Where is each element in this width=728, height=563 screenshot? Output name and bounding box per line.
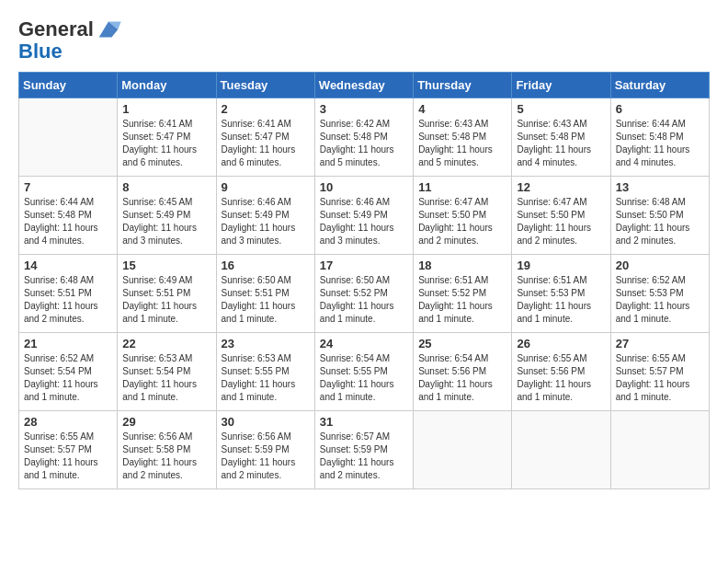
day-number: 7 bbox=[24, 180, 112, 194]
calendar-cell: 4Sunrise: 6:43 AM Sunset: 5:48 PM Daylig… bbox=[414, 98, 512, 177]
calendar-cell: 8Sunrise: 6:45 AM Sunset: 5:49 PM Daylig… bbox=[118, 177, 216, 255]
day-number: 15 bbox=[122, 259, 210, 272]
day-number: 2 bbox=[222, 102, 310, 116]
logo-icon bbox=[96, 18, 121, 40]
day-number: 6 bbox=[616, 102, 704, 116]
day-number: 10 bbox=[320, 180, 408, 194]
day-number: 12 bbox=[517, 180, 605, 194]
day-info: Sunrise: 6:51 AM Sunset: 5:52 PM Dayligh… bbox=[418, 274, 506, 326]
calendar-cell bbox=[19, 98, 118, 177]
calendar-cell: 19Sunrise: 6:51 AM Sunset: 5:53 PM Dayli… bbox=[512, 255, 610, 333]
calendar-cell: 3Sunrise: 6:42 AM Sunset: 5:48 PM Daylig… bbox=[314, 98, 413, 177]
day-number: 27 bbox=[616, 337, 704, 350]
week-row-2: 7Sunrise: 6:44 AM Sunset: 5:48 PM Daylig… bbox=[19, 177, 710, 255]
calendar-cell: 10Sunrise: 6:46 AM Sunset: 5:49 PM Dayli… bbox=[314, 177, 413, 255]
calendar-cell: 15Sunrise: 6:49 AM Sunset: 5:51 PM Dayli… bbox=[118, 255, 216, 333]
logo-general: General bbox=[18, 18, 94, 40]
day-info: Sunrise: 6:41 AM Sunset: 5:47 PM Dayligh… bbox=[222, 118, 310, 169]
calendar-cell bbox=[512, 411, 610, 489]
weekday-header-wednesday: Wednesday bbox=[314, 73, 413, 98]
day-number: 3 bbox=[320, 102, 408, 116]
day-info: Sunrise: 6:48 AM Sunset: 5:51 PM Dayligh… bbox=[24, 274, 112, 326]
calendar-cell: 23Sunrise: 6:53 AM Sunset: 5:55 PM Dayli… bbox=[216, 333, 314, 411]
calendar-cell: 14Sunrise: 6:48 AM Sunset: 5:51 PM Dayli… bbox=[19, 255, 118, 333]
day-number: 26 bbox=[517, 337, 605, 350]
day-number: 1 bbox=[122, 102, 210, 116]
calendar-cell: 30Sunrise: 6:56 AM Sunset: 5:59 PM Dayli… bbox=[216, 411, 314, 489]
calendar-cell: 20Sunrise: 6:52 AM Sunset: 5:53 PM Dayli… bbox=[610, 255, 709, 333]
calendar-cell: 22Sunrise: 6:53 AM Sunset: 5:54 PM Dayli… bbox=[118, 333, 216, 411]
day-info: Sunrise: 6:52 AM Sunset: 5:53 PM Dayligh… bbox=[616, 274, 704, 326]
day-number: 17 bbox=[320, 259, 408, 272]
day-number: 19 bbox=[517, 259, 605, 272]
calendar-cell: 9Sunrise: 6:46 AM Sunset: 5:49 PM Daylig… bbox=[216, 177, 314, 255]
calendar-cell: 28Sunrise: 6:55 AM Sunset: 5:57 PM Dayli… bbox=[19, 411, 118, 489]
day-info: Sunrise: 6:55 AM Sunset: 5:57 PM Dayligh… bbox=[24, 431, 112, 482]
day-info: Sunrise: 6:50 AM Sunset: 5:51 PM Dayligh… bbox=[222, 274, 310, 326]
day-number: 20 bbox=[616, 259, 704, 272]
day-info: Sunrise: 6:57 AM Sunset: 5:59 PM Dayligh… bbox=[320, 431, 408, 482]
calendar-cell: 26Sunrise: 6:55 AM Sunset: 5:56 PM Dayli… bbox=[512, 333, 610, 411]
day-info: Sunrise: 6:43 AM Sunset: 5:48 PM Dayligh… bbox=[517, 118, 605, 169]
day-info: Sunrise: 6:55 AM Sunset: 5:57 PM Dayligh… bbox=[616, 352, 704, 404]
day-info: Sunrise: 6:41 AM Sunset: 5:47 PM Dayligh… bbox=[122, 118, 210, 169]
calendar-cell: 11Sunrise: 6:47 AM Sunset: 5:50 PM Dayli… bbox=[414, 177, 512, 255]
calendar-cell: 7Sunrise: 6:44 AM Sunset: 5:48 PM Daylig… bbox=[19, 177, 118, 255]
day-number: 5 bbox=[517, 102, 605, 116]
week-row-1: 1Sunrise: 6:41 AM Sunset: 5:47 PM Daylig… bbox=[19, 98, 710, 177]
logo: General Blue bbox=[18, 18, 121, 63]
week-row-3: 14Sunrise: 6:48 AM Sunset: 5:51 PM Dayli… bbox=[19, 255, 710, 333]
calendar-cell: 6Sunrise: 6:44 AM Sunset: 5:48 PM Daylig… bbox=[610, 98, 709, 177]
calendar-cell: 21Sunrise: 6:52 AM Sunset: 5:54 PM Dayli… bbox=[19, 333, 118, 411]
day-number: 13 bbox=[616, 180, 704, 194]
calendar-table: SundayMondayTuesdayWednesdayThursdayFrid… bbox=[18, 72, 710, 489]
calendar-cell: 31Sunrise: 6:57 AM Sunset: 5:59 PM Dayli… bbox=[314, 411, 413, 489]
day-number: 4 bbox=[418, 102, 506, 116]
day-number: 25 bbox=[418, 337, 506, 350]
day-number: 11 bbox=[418, 180, 506, 194]
calendar-cell: 5Sunrise: 6:43 AM Sunset: 5:48 PM Daylig… bbox=[512, 98, 610, 177]
day-info: Sunrise: 6:46 AM Sunset: 5:49 PM Dayligh… bbox=[222, 196, 310, 247]
day-number: 24 bbox=[320, 337, 408, 350]
calendar-body: 1Sunrise: 6:41 AM Sunset: 5:47 PM Daylig… bbox=[19, 98, 710, 489]
weekday-header-tuesday: Tuesday bbox=[216, 73, 314, 98]
calendar-cell: 16Sunrise: 6:50 AM Sunset: 5:51 PM Dayli… bbox=[216, 255, 314, 333]
page-header: General Blue bbox=[18, 18, 710, 63]
day-info: Sunrise: 6:42 AM Sunset: 5:48 PM Dayligh… bbox=[320, 118, 408, 169]
day-number: 8 bbox=[122, 180, 210, 194]
calendar-cell bbox=[414, 411, 512, 489]
weekday-header-saturday: Saturday bbox=[610, 73, 709, 98]
weekday-header-thursday: Thursday bbox=[414, 73, 512, 98]
week-row-4: 21Sunrise: 6:52 AM Sunset: 5:54 PM Dayli… bbox=[19, 333, 710, 411]
calendar-cell: 1Sunrise: 6:41 AM Sunset: 5:47 PM Daylig… bbox=[118, 98, 216, 177]
day-info: Sunrise: 6:44 AM Sunset: 5:48 PM Dayligh… bbox=[24, 196, 112, 247]
calendar-cell: 29Sunrise: 6:56 AM Sunset: 5:58 PM Dayli… bbox=[118, 411, 216, 489]
weekday-header-friday: Friday bbox=[512, 73, 610, 98]
week-row-5: 28Sunrise: 6:55 AM Sunset: 5:57 PM Dayli… bbox=[19, 411, 710, 489]
day-info: Sunrise: 6:44 AM Sunset: 5:48 PM Dayligh… bbox=[616, 118, 704, 169]
day-info: Sunrise: 6:54 AM Sunset: 5:55 PM Dayligh… bbox=[320, 352, 408, 404]
day-info: Sunrise: 6:56 AM Sunset: 5:58 PM Dayligh… bbox=[122, 431, 210, 482]
day-number: 21 bbox=[24, 337, 112, 350]
calendar-cell: 24Sunrise: 6:54 AM Sunset: 5:55 PM Dayli… bbox=[314, 333, 413, 411]
day-number: 23 bbox=[222, 337, 310, 350]
logo-blue: Blue bbox=[18, 40, 121, 63]
day-info: Sunrise: 6:49 AM Sunset: 5:51 PM Dayligh… bbox=[122, 274, 210, 326]
calendar-cell: 2Sunrise: 6:41 AM Sunset: 5:47 PM Daylig… bbox=[216, 98, 314, 177]
day-info: Sunrise: 6:50 AM Sunset: 5:52 PM Dayligh… bbox=[320, 274, 408, 326]
day-info: Sunrise: 6:52 AM Sunset: 5:54 PM Dayligh… bbox=[24, 352, 112, 404]
day-info: Sunrise: 6:48 AM Sunset: 5:50 PM Dayligh… bbox=[616, 196, 704, 247]
calendar-cell: 12Sunrise: 6:47 AM Sunset: 5:50 PM Dayli… bbox=[512, 177, 610, 255]
calendar-cell: 27Sunrise: 6:55 AM Sunset: 5:57 PM Dayli… bbox=[610, 333, 709, 411]
day-info: Sunrise: 6:47 AM Sunset: 5:50 PM Dayligh… bbox=[517, 196, 605, 247]
calendar-cell: 13Sunrise: 6:48 AM Sunset: 5:50 PM Dayli… bbox=[610, 177, 709, 255]
day-number: 28 bbox=[24, 415, 112, 429]
calendar-cell: 18Sunrise: 6:51 AM Sunset: 5:52 PM Dayli… bbox=[414, 255, 512, 333]
weekday-header-monday: Monday bbox=[118, 73, 216, 98]
day-number: 22 bbox=[122, 337, 210, 350]
day-number: 31 bbox=[320, 415, 408, 429]
weekday-header-sunday: Sunday bbox=[19, 73, 118, 98]
day-info: Sunrise: 6:54 AM Sunset: 5:56 PM Dayligh… bbox=[418, 352, 506, 404]
day-number: 14 bbox=[24, 259, 112, 272]
day-info: Sunrise: 6:43 AM Sunset: 5:48 PM Dayligh… bbox=[418, 118, 506, 169]
